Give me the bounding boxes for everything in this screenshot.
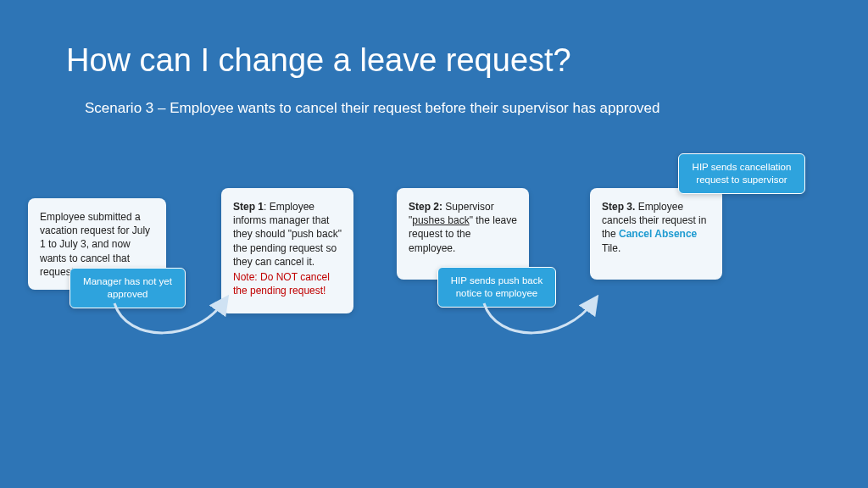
step-1-note: Note: Do NOT cancel the pending request! — [233, 270, 342, 297]
step-3-teal: Cancel Absence — [619, 228, 697, 240]
card-step-3: Step 3. Employee cancels their request i… — [590, 188, 722, 280]
step-2-label: Step 2: — [409, 201, 442, 213]
step-2-uline: pushes back — [412, 214, 469, 226]
card-step-1: Step 1: Employee informs manager that th… — [221, 188, 353, 313]
callout-cancel-to-supervisor: HIP sends cancellation request to superv… — [678, 153, 805, 194]
callout-text: HIP sends push back notice to employee — [451, 275, 542, 298]
callout-text: HIP sends cancellation request to superv… — [693, 162, 792, 185]
page-subtitle: Scenario 3 – Employee wants to cancel th… — [85, 100, 660, 117]
arrow-2 — [471, 297, 607, 356]
callout-text: Manager has not yet approved — [83, 276, 172, 299]
step-1-label: Step 1 — [233, 201, 264, 213]
step-3-label: Step 3. — [602, 201, 635, 213]
card-step-2: Step 2: Supervisor "pushes back" the lea… — [397, 188, 529, 280]
page-title: How can I change a leave request? — [66, 42, 571, 79]
arrow-1 — [102, 297, 237, 356]
step-3-post: Tile. — [602, 242, 620, 254]
